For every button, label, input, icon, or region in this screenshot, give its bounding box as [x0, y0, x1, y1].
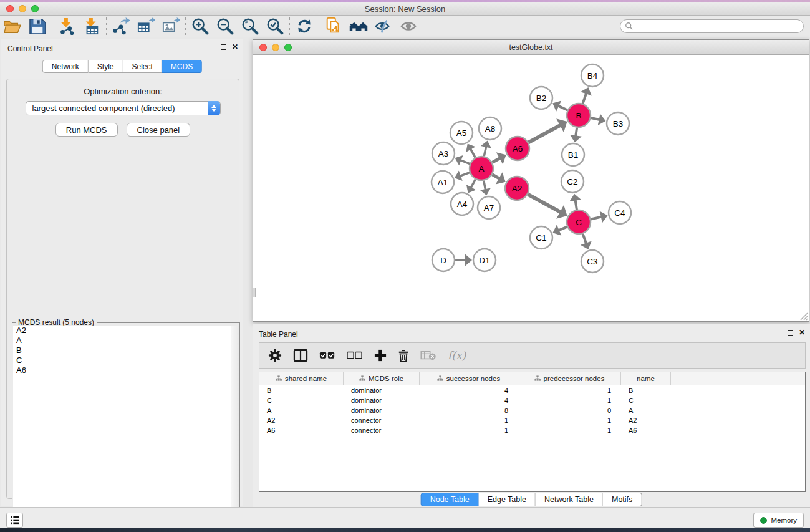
column-header-shared-name[interactable]: shared name: [259, 372, 344, 385]
cell-predecessors[interactable]: 0: [518, 407, 621, 414]
cell-shared_name[interactable]: A: [259, 407, 344, 414]
network-close-button[interactable]: [259, 44, 267, 51]
cell-successors[interactable]: 1: [420, 417, 518, 424]
cell-name[interactable]: C: [621, 397, 671, 404]
column-header-name[interactable]: name: [621, 372, 671, 385]
tab-motifs[interactable]: Motifs: [603, 493, 642, 506]
cell-predecessors[interactable]: 1: [518, 417, 621, 424]
table-settings-button[interactable]: [268, 349, 282, 362]
delete-column-button[interactable]: [398, 349, 409, 362]
criterion-dropdown[interactable]: largest connected component (directed): [26, 101, 221, 115]
edge-A-A4[interactable]: [471, 180, 475, 188]
export-image-button[interactable]: [158, 16, 183, 36]
network-graph[interactable]: B4B2BB3A8A5A6A3B1AC2A1A2A4A7C4CC1DC3D1: [253, 55, 809, 321]
zoom-selected-button[interactable]: [263, 16, 287, 36]
cell-predecessors[interactable]: 1: [518, 387, 621, 394]
tab-node-table[interactable]: Node Table: [421, 493, 479, 506]
cell-name[interactable]: B: [621, 387, 671, 394]
edge-B-B3[interactable]: [591, 118, 600, 120]
edge-C-C2[interactable]: [576, 200, 577, 210]
tab-style[interactable]: Style: [89, 60, 123, 73]
node-table[interactable]: shared nameMCDS rolesuccessor nodesprede…: [259, 372, 806, 492]
splitter-grip[interactable]: [253, 288, 256, 297]
tab-mcds[interactable]: MCDS: [162, 60, 202, 73]
cell-predecessors[interactable]: 1: [518, 397, 621, 404]
select-all-button[interactable]: [319, 351, 335, 360]
column-header-successor-nodes[interactable]: successor nodes: [420, 372, 518, 385]
float-panel-icon[interactable]: [221, 44, 226, 50]
edge-A-A3[interactable]: [460, 160, 470, 164]
export-network-button[interactable]: [108, 16, 133, 36]
cell-name[interactable]: A: [621, 407, 671, 414]
result-item[interactable]: B: [13, 346, 239, 355]
tab-edge-table[interactable]: Edge Table: [479, 493, 536, 506]
open-session-button[interactable]: [0, 16, 25, 36]
minimize-window-button[interactable]: [19, 5, 26, 12]
network-minimize-button[interactable]: [272, 44, 279, 51]
refresh-button[interactable]: [292, 16, 317, 36]
hide-selected-button[interactable]: [371, 16, 396, 36]
tab-network-table[interactable]: Network Table: [536, 493, 603, 506]
result-item[interactable]: C: [13, 355, 239, 365]
cell-name[interactable]: A6: [621, 427, 671, 434]
cell-mcds_role[interactable]: dominator: [344, 397, 420, 404]
edge-A-A5[interactable]: [470, 149, 475, 158]
cell-successors[interactable]: 1: [420, 427, 518, 434]
show-all-button[interactable]: [396, 16, 421, 36]
edge-B-B4[interactable]: [583, 93, 587, 104]
edge-B-B1[interactable]: [576, 128, 577, 137]
edge-A-A1[interactable]: [460, 173, 470, 176]
edge-A-A2[interactable]: [492, 175, 499, 179]
show-columns-button[interactable]: [293, 349, 308, 362]
mcds-result-list[interactable]: A2ABCA6: [13, 326, 239, 532]
tab-network[interactable]: Network: [42, 60, 89, 73]
edge-A-A7[interactable]: [484, 181, 486, 190]
cell-shared_name[interactable]: A6: [259, 427, 344, 434]
first-neighbors-button[interactable]: [346, 16, 371, 36]
network-zoom-button[interactable]: [284, 44, 292, 51]
cell-successors[interactable]: 4: [420, 397, 518, 404]
cell-successors[interactable]: 4: [420, 387, 518, 394]
table-row[interactable]: A6connector11A6: [259, 425, 805, 435]
create-column-button[interactable]: [374, 349, 387, 362]
zoom-fit-button[interactable]: [238, 16, 263, 36]
edge-A-A6[interactable]: [493, 158, 500, 162]
column-header-predecessor-nodes[interactable]: predecessor nodes: [518, 372, 621, 385]
cell-mcds_role[interactable]: dominator: [344, 387, 420, 394]
import-table-button[interactable]: [79, 16, 104, 36]
edge-B-B2[interactable]: [558, 106, 567, 110]
cell-mcds_role[interactable]: connector: [344, 427, 420, 434]
task-history-button[interactable]: [6, 513, 23, 528]
cell-name[interactable]: A2: [621, 417, 671, 424]
edge-C-C3[interactable]: [583, 234, 587, 244]
deselect-all-button[interactable]: [347, 351, 363, 360]
table-row[interactable]: A2connector11A2: [259, 415, 805, 425]
tab-select[interactable]: Select: [123, 60, 162, 73]
edge-A6-B[interactable]: [529, 125, 561, 143]
network-canvas[interactable]: B4B2BB3A8A5A6A3B1AC2A1A2A4A7C4CC1DC3D1: [253, 55, 809, 321]
zoom-out-button[interactable]: [213, 16, 238, 36]
result-item[interactable]: A: [13, 336, 239, 346]
close-panel-icon[interactable]: ✕: [799, 329, 805, 336]
close-panel-icon[interactable]: ✕: [232, 44, 238, 50]
float-panel-icon[interactable]: [788, 330, 793, 336]
save-session-button[interactable]: [25, 16, 50, 36]
resize-grip-icon[interactable]: [798, 311, 808, 321]
edge-C-C4[interactable]: [591, 217, 602, 220]
search-field[interactable]: [620, 19, 804, 33]
cell-shared_name[interactable]: C: [259, 397, 344, 404]
table-row[interactable]: Bdominator41B: [259, 385, 805, 395]
edge-A2-C[interactable]: [528, 195, 561, 213]
network-window-titlebar[interactable]: testGlobe.txt: [253, 40, 809, 55]
edge-C-C1[interactable]: [559, 227, 567, 231]
run-mcds-button[interactable]: Run MCDS: [55, 123, 118, 137]
cell-shared_name[interactable]: B: [259, 387, 344, 394]
zoom-in-button[interactable]: [188, 16, 213, 36]
cell-shared_name[interactable]: A2: [259, 417, 344, 424]
memory-button[interactable]: Memory: [753, 513, 804, 528]
close-panel-button[interactable]: Close panel: [127, 123, 191, 137]
result-item[interactable]: A2: [13, 326, 239, 336]
result-item[interactable]: A6: [13, 365, 239, 375]
zoom-window-button[interactable]: [31, 5, 39, 12]
table-row[interactable]: Adominator80A: [259, 405, 805, 415]
